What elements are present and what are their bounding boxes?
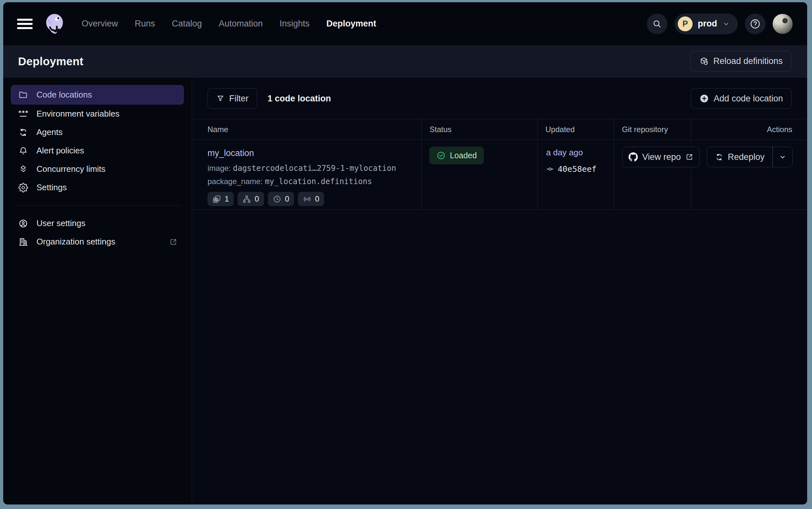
check-circle-icon	[436, 151, 446, 160]
status-badge: Loaded	[429, 147, 484, 164]
updated-time-link[interactable]: a day ago	[546, 147, 583, 157]
table-header-row: Name Status Updated Git repository Actio…	[192, 119, 807, 140]
layers-icon	[19, 164, 28, 174]
sensor-signal-icon	[303, 195, 311, 203]
redeploy-sync-icon	[715, 153, 724, 162]
nav-link-automation[interactable]: Automation	[219, 19, 263, 29]
assets-grid-icon	[212, 195, 221, 203]
redeploy-label: Redeploy	[728, 152, 765, 162]
sidebar-item-settings[interactable]: Settings	[11, 178, 184, 197]
package-label: package_name:	[208, 177, 263, 186]
jobs-count: 0	[255, 195, 259, 203]
code-locations-panel: Filter 1 code location Add code location	[192, 77, 807, 505]
help-button[interactable]	[745, 13, 766, 34]
assets-count: 1	[225, 195, 229, 203]
sidebar-item-label: Agents	[36, 127, 63, 137]
redeploy-button[interactable]: Redeploy	[707, 147, 772, 167]
nav-link-insights[interactable]: Insights	[280, 19, 309, 29]
reload-definitions-button[interactable]: Reload definitions	[690, 51, 791, 72]
view-repo-button[interactable]: View repo	[622, 147, 700, 167]
nav-link-overview[interactable]: Overview	[82, 19, 118, 29]
code-location-count: 1 code location	[267, 94, 331, 104]
sidebar-item-organization-settings[interactable]: Organization settings	[11, 233, 184, 251]
filter-label: Filter	[229, 94, 249, 104]
external-link-icon	[169, 238, 178, 246]
add-code-location-label: Add code location	[713, 94, 783, 104]
external-link-icon	[685, 153, 694, 161]
image-label: image:	[208, 164, 231, 172]
sidebar-item-label: Organization settings	[36, 237, 115, 247]
sidebar-item-code-locations[interactable]: Code locations	[11, 85, 184, 105]
definition-count-badges: 1	[208, 192, 415, 206]
column-header-actions: Actions	[691, 119, 807, 139]
primary-nav-links: Overview Runs Catalog Automation Insight…	[82, 19, 376, 29]
commit-hash[interactable]: 40e58eef	[558, 164, 596, 174]
sidebar-item-environment-variables[interactable]: *** Environment variables	[11, 105, 184, 123]
dagster-logo[interactable]	[43, 12, 67, 36]
sidebar-item-concurrency-limits[interactable]: Concurrency limits	[11, 160, 184, 178]
building-icon	[19, 237, 28, 247]
sidebar-item-agents[interactable]: Agents	[11, 123, 184, 141]
jobs-count-badge[interactable]: 0	[237, 192, 264, 206]
deployment-sidebar: Code locations *** Environment variables	[3, 77, 192, 505]
schedules-count: 0	[285, 195, 289, 203]
redeploy-split-button: Redeploy	[707, 147, 792, 167]
git-repository-cell: View repo	[614, 140, 691, 209]
dagster-app-window: Overview Runs Catalog Automation Insight…	[3, 2, 807, 505]
updated-cell: a day ago 40e58eef	[538, 140, 614, 209]
add-code-location-button[interactable]: Add code location	[691, 88, 792, 109]
user-avatar[interactable]	[773, 14, 792, 34]
sidebar-item-label: Environment variables	[36, 109, 119, 119]
filter-button[interactable]: Filter	[208, 88, 257, 109]
name-cell: my_location image: dagstercodelocati…275…	[192, 140, 422, 209]
sidebar-item-label: Concurrency limits	[36, 164, 106, 174]
redeploy-menu-button[interactable]	[773, 147, 792, 167]
content-area: Code locations *** Environment variables	[3, 77, 807, 505]
column-header-updated: Updated	[538, 119, 614, 139]
actions-cell: Redeploy	[691, 140, 807, 209]
help-icon	[749, 18, 761, 30]
svg-text:***: ***	[19, 109, 28, 115]
column-header-git-repository: Git repository	[614, 119, 691, 139]
nav-link-catalog[interactable]: Catalog	[172, 19, 202, 29]
filter-funnel-icon	[216, 94, 225, 103]
desktop-frame: Overview Runs Catalog Automation Insight…	[0, 0, 812, 509]
topnav-right-controls: P prod	[647, 13, 792, 34]
view-repo-label: View repo	[642, 152, 681, 162]
reload-definitions-icon	[699, 57, 709, 66]
image-value: dagstercodelocati…2759-1-mylocation	[233, 164, 396, 173]
sidebar-item-label: Settings	[36, 182, 67, 193]
table-row: my_location image: dagstercodelocati…275…	[192, 140, 807, 210]
env-vars-icon: ***	[19, 109, 28, 119]
code-location-link[interactable]: my_location	[208, 148, 254, 158]
package-value: my_location.definitions	[265, 177, 372, 186]
page-header: Deployment Reload definitions	[3, 45, 807, 77]
bell-icon	[19, 146, 28, 156]
search-icon	[652, 19, 662, 29]
sidebar-item-label: Code locations	[36, 90, 92, 100]
hamburger-menu-icon[interactable]	[17, 18, 33, 30]
search-button[interactable]	[647, 13, 667, 34]
code-locations-table: Name Status Updated Git repository Actio…	[192, 119, 807, 210]
workspace-switcher[interactable]: P prod	[674, 13, 738, 34]
page-title: Deployment	[18, 55, 83, 68]
nav-link-runs[interactable]: Runs	[135, 19, 155, 29]
status-label: Loaded	[450, 151, 477, 160]
github-icon	[628, 152, 638, 162]
commit-icon	[546, 165, 554, 173]
folder-icon	[19, 90, 28, 100]
agents-sync-icon	[19, 128, 28, 137]
sidebar-item-user-settings[interactable]: User settings	[11, 214, 184, 233]
nav-link-deployment[interactable]: Deployment	[326, 19, 376, 29]
reload-definitions-label: Reload definitions	[713, 56, 783, 66]
plus-circle-icon	[699, 94, 709, 103]
top-navigation-bar: Overview Runs Catalog Automation Insight…	[3, 2, 807, 45]
assets-count-badge[interactable]: 1	[208, 192, 234, 206]
sensors-count-badge[interactable]: 0	[298, 192, 324, 206]
package-line: package_name: my_location.definitions	[208, 177, 415, 186]
sensors-count: 0	[315, 195, 319, 203]
schedules-count-badge[interactable]: 0	[268, 192, 294, 206]
user-circle-icon	[19, 219, 28, 228]
sidebar-item-alert-policies[interactable]: Alert policies	[11, 141, 184, 160]
schedule-clock-icon	[273, 195, 282, 203]
